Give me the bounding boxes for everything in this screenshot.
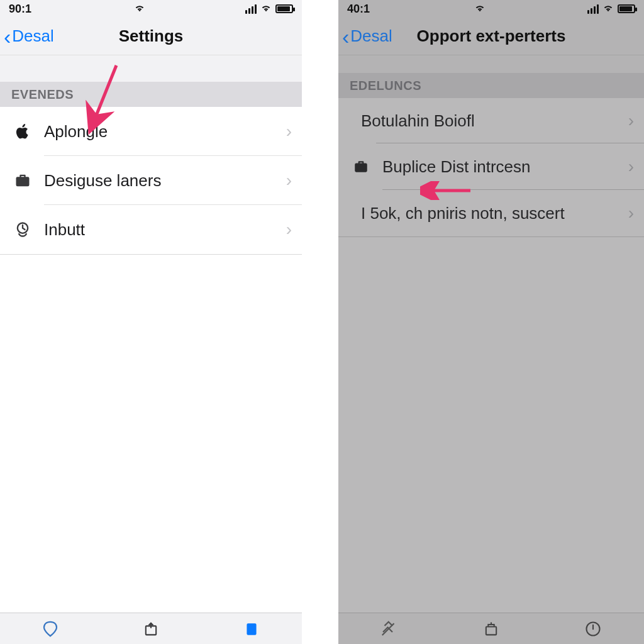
battery-icon bbox=[275, 4, 293, 13]
header-spacer bbox=[338, 55, 644, 73]
wifi-icon bbox=[602, 3, 614, 16]
svg-rect-5 bbox=[486, 626, 496, 635]
briefcase-icon bbox=[11, 169, 34, 192]
row-desiguse[interactable]: Desiguse laners › bbox=[0, 156, 302, 205]
briefcase-icon bbox=[350, 155, 372, 178]
back-button[interactable]: ‹ Desal bbox=[338, 26, 392, 46]
apple-icon bbox=[11, 120, 34, 143]
svg-rect-2 bbox=[247, 623, 256, 635]
chevron-right-icon: › bbox=[628, 203, 634, 223]
status-time: 40:1 bbox=[347, 3, 370, 16]
back-button[interactable]: ‹ Desal bbox=[0, 26, 54, 46]
status-bar: 40:1 bbox=[338, 0, 644, 18]
wifi-icon bbox=[134, 3, 145, 16]
back-label: Desal bbox=[12, 26, 53, 46]
cellular-icon bbox=[245, 4, 257, 14]
tab-1[interactable] bbox=[377, 618, 402, 640]
wifi-icon bbox=[260, 3, 272, 16]
row-i5ok[interactable]: I 5ok, ch pniris notn, suscert › bbox=[338, 190, 644, 236]
status-bar: 90:1 bbox=[0, 0, 302, 18]
row-aplongle[interactable]: Aplongle › bbox=[0, 107, 302, 156]
chevron-right-icon: › bbox=[286, 170, 292, 191]
settings-list: Aplongle › Desiguse laners › Inbutt › bbox=[0, 107, 302, 255]
detail-list: Botulahin Boiofl › Buplice Dist intrcesn… bbox=[338, 98, 644, 237]
content-area bbox=[0, 255, 302, 613]
row-label: Aplongle bbox=[44, 122, 286, 142]
header-spacer bbox=[0, 55, 302, 82]
row-label: I 5ok, ch pniris notn, suscert bbox=[361, 204, 628, 223]
wifi-icon bbox=[474, 3, 486, 16]
chevron-right-icon: › bbox=[628, 111, 634, 131]
back-label: Desal bbox=[350, 26, 392, 46]
content-area bbox=[338, 237, 644, 613]
clock-icon bbox=[11, 218, 34, 241]
row-label: Inbutt bbox=[44, 220, 286, 240]
tab-2[interactable] bbox=[138, 618, 164, 640]
row-label: Desiguse laners bbox=[44, 171, 286, 191]
tab-3[interactable] bbox=[239, 618, 264, 640]
row-buplice[interactable]: Buplice Dist intrcesn › bbox=[338, 143, 644, 190]
nav-bar: ‹ Desal Opport ext-perterts bbox=[338, 18, 644, 55]
chevron-right-icon: › bbox=[286, 219, 292, 240]
status-time: 90:1 bbox=[9, 3, 31, 16]
svg-line-4 bbox=[382, 623, 394, 635]
tab-3[interactable] bbox=[580, 618, 606, 640]
cellular-icon bbox=[587, 4, 599, 14]
tab-2[interactable] bbox=[479, 618, 504, 640]
row-label: Botulahin Boiofl bbox=[361, 111, 628, 131]
phone-right: 40:1 ‹ Desal Opport ext-perterts EDELUNC… bbox=[338, 0, 644, 644]
row-botulahin[interactable]: Botulahin Boiofl › bbox=[338, 98, 644, 143]
tab-1[interactable] bbox=[38, 618, 63, 640]
row-label: Buplice Dist intrcesn bbox=[382, 157, 628, 177]
tab-bar bbox=[338, 613, 644, 644]
chevron-right-icon: › bbox=[286, 121, 292, 142]
row-inbutt[interactable]: Inbutt › bbox=[0, 205, 302, 254]
chevron-right-icon: › bbox=[628, 157, 634, 177]
section-header: EDELUNCS bbox=[338, 73, 644, 98]
battery-icon bbox=[618, 4, 635, 13]
section-header: EVENEDS bbox=[0, 82, 302, 107]
phone-left: 90:1 ‹ Desal Settings EVENEDS bbox=[0, 0, 302, 644]
tab-bar bbox=[0, 613, 302, 644]
nav-bar: ‹ Desal Settings bbox=[0, 18, 302, 55]
